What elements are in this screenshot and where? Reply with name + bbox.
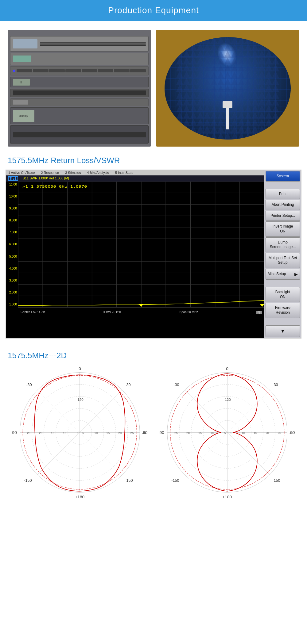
- vna-btn-backlight[interactable]: BacklightON: [266, 287, 300, 302]
- svg-text:-25: -25: [26, 431, 31, 435]
- vna-spacer-3: [266, 319, 300, 325]
- polar-svg-left: 0 90 -90 ±180 30 -30 150 -150 -120 -5 -1…: [9, 366, 150, 498]
- vna-menu-2[interactable]: 2 Response: [41, 171, 59, 174]
- svg-text:-15: -15: [253, 431, 257, 435]
- vna-subbar: Trc1 S11 SWR 1.000/ Ref 1.000 [M]: [6, 175, 264, 182]
- svg-text:-25: -25: [129, 431, 134, 435]
- svg-text:-20: -20: [265, 431, 269, 435]
- svg-text:-5: -5: [81, 431, 84, 435]
- vna-btn-printer-setup[interactable]: Printer Setup...: [266, 211, 300, 221]
- vswr-section-heading: 1575.5MHz Return Loss/VSWR: [0, 153, 307, 170]
- vna-btn-multiport[interactable]: Multiport Test SetSetup: [266, 253, 300, 268]
- vna-chart: 11.00 10.00 9.000 8.000 7.000 6.000 5.00…: [6, 182, 264, 316]
- svg-text:-10: -10: [241, 431, 245, 435]
- polar-diagram-right: 0 90 -90 ±180 30 -30 150 -150 -120 -5 -1…: [157, 366, 298, 500]
- vna-main-area: 1 Active Ch/Trace 2 Response 3 Stimulus …: [6, 170, 264, 338]
- svg-text:-30: -30: [26, 383, 32, 387]
- page-title: Production Equipment: [0, 6, 307, 15]
- vna-btn-dump-screen[interactable]: DumpScreen Image...: [266, 237, 300, 252]
- chamber-image: [156, 30, 299, 147]
- vna-center-freq: Center 1.575 GHz: [21, 310, 45, 314]
- svg-text:-150: -150: [171, 479, 179, 483]
- vna-btn-firmware[interactable]: FirmwareRevision: [266, 303, 300, 318]
- svg-text:-20: -20: [117, 431, 122, 435]
- vna-grid-svg: >1 1.5750000 GHz 1.0970: [18, 182, 264, 307]
- svg-text:-40: -40: [289, 431, 293, 435]
- vna-btn-invert-image[interactable]: Invert ImageON: [266, 221, 300, 236]
- vna-btn-print[interactable]: Print: [266, 189, 300, 199]
- svg-text:-15: -15: [197, 431, 202, 435]
- vna-menu-4[interactable]: 4 Mkr/Analysis: [87, 171, 109, 174]
- vna-menu-3[interactable]: 3 Stimulus: [65, 171, 81, 174]
- vna-spacer-2: [266, 280, 300, 286]
- svg-text:-40: -40: [141, 431, 146, 435]
- svg-text:-120: -120: [76, 398, 84, 402]
- svg-text:30: 30: [126, 383, 130, 387]
- vna-menu-1[interactable]: 1 Active Ch/Trace: [8, 171, 35, 174]
- vna-span: Span 50 MHz: [180, 310, 198, 314]
- vna-btn-misc-setup[interactable]: Misc Setup ▶: [266, 269, 300, 280]
- equipment-images-section: ~~ |||: [0, 21, 307, 153]
- vna-channel-label: Trc1: [8, 176, 18, 181]
- svg-text:-5: -5: [229, 431, 231, 435]
- svg-text:>1  1.5750000 GHz  1.0970: >1 1.5750000 GHz 1.0970: [22, 185, 87, 188]
- vna-screenshot: 1 Active Ch/Trace 2 Response 3 Stimulus …: [6, 170, 301, 339]
- vna-topbar: 1 Active Ch/Trace 2 Response 3 Stimulus …: [6, 170, 264, 175]
- svg-text:0: 0: [226, 366, 228, 371]
- svg-text:0: 0: [79, 366, 81, 371]
- page-header: Production Equipment: [0, 0, 307, 21]
- cabinet-image: ~~ |||: [8, 30, 151, 147]
- svg-text:-10: -10: [62, 431, 67, 435]
- svg-text:-10: -10: [93, 431, 98, 435]
- svg-text:-5: -5: [76, 431, 78, 435]
- svg-text:-5: -5: [223, 431, 226, 435]
- svg-text:-30: -30: [173, 383, 179, 387]
- svg-text:-25: -25: [277, 431, 281, 435]
- vna-trace-params: S11 SWR 1.000/ Ref 1.000 [M]: [23, 176, 69, 181]
- svg-text:30: 30: [274, 383, 278, 387]
- svg-text:±180: ±180: [223, 495, 232, 498]
- svg-text:-10: -10: [209, 431, 214, 435]
- vna-yaxis: 11.00 10.00 9.000 8.000 7.000 6.000 5.00…: [6, 182, 18, 307]
- svg-text:-90: -90: [158, 430, 164, 435]
- svg-text:-90: -90: [11, 430, 17, 435]
- svg-text:-25: -25: [173, 431, 178, 435]
- vna-status: S|I: [256, 311, 262, 314]
- vna-btn-scroll-down[interactable]: ▼: [266, 325, 300, 337]
- polar-section-heading: 1575.5MHz---2D: [0, 345, 307, 366]
- vna-sidebar: System Print Abort Printing Printer Setu…: [264, 170, 301, 338]
- polar-svg-right: 0 90 -90 ±180 30 -30 150 -150 -120 -5 -1…: [157, 366, 298, 498]
- vna-btn-system[interactable]: System: [266, 171, 300, 182]
- svg-text:-15: -15: [105, 431, 110, 435]
- vna-ifbw: IFBW 70 kHz: [103, 310, 122, 314]
- svg-marker-24: [260, 304, 264, 307]
- svg-text:-120: -120: [223, 398, 231, 402]
- svg-text:-15: -15: [50, 431, 55, 435]
- vna-btn-abort-printing[interactable]: Abort Printing: [266, 200, 300, 210]
- polar-diagram-left: 0 90 -90 ±180 30 -30 150 -150 -120 -5 -1…: [9, 366, 150, 500]
- vna-spacer-1: [266, 182, 300, 188]
- polar-diagrams-section: 0 90 -90 ±180 30 -30 150 -150 -120 -5 -1…: [0, 366, 307, 512]
- svg-text:-20: -20: [38, 431, 43, 435]
- svg-text:-20: -20: [185, 431, 190, 435]
- svg-text:±180: ±180: [75, 495, 85, 498]
- vna-menu-5[interactable]: 5 Instr State: [115, 171, 133, 174]
- svg-text:150: 150: [274, 479, 280, 483]
- vna-bottombar: Center 1.575 GHz IFBW 70 kHz Span 50 MHz…: [18, 307, 264, 316]
- svg-text:-150: -150: [24, 479, 32, 483]
- svg-text:150: 150: [126, 479, 133, 483]
